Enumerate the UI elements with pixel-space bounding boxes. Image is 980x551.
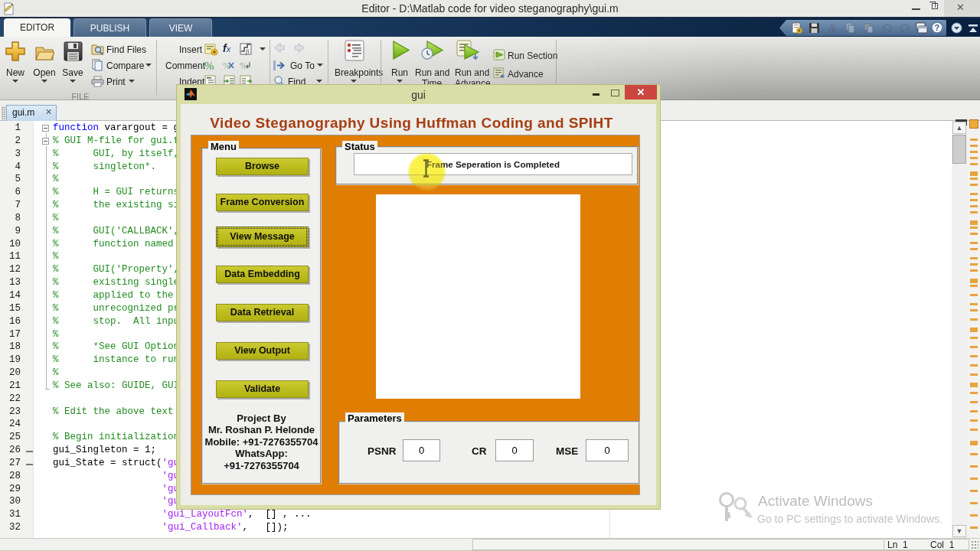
svg-text:?: ?: [935, 23, 940, 32]
